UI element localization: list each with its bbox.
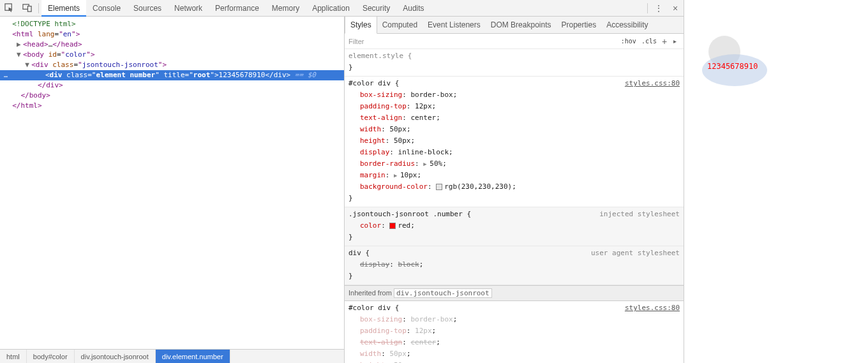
devtools-app: ElementsConsoleSourcesNetworkPerformance…: [0, 0, 868, 363]
inherited-node[interactable]: div.jsontouch-jsonroot: [394, 288, 492, 298]
css-rule[interactable]: element.style {}: [345, 49, 684, 77]
tab-sources[interactable]: Sources: [127, 0, 168, 17]
page-preview: 12345678910: [684, 0, 868, 363]
devtools-panel: ElementsConsoleSourcesNetworkPerformance…: [0, 0, 684, 363]
css-rules[interactable]: element.style {}styles.css:80#color div …: [345, 49, 684, 363]
tab-console[interactable]: Console: [86, 0, 127, 17]
styles-tab-computed[interactable]: Computed: [377, 17, 423, 34]
device-toggle-icon[interactable]: [18, 0, 36, 17]
styles-tabs: StylesComputedEvent ListenersDOM Breakpo…: [345, 17, 684, 34]
elements-pane: <!DOCTYPE html> <html lang="en"> ▶<head>…: [0, 17, 345, 363]
tab-network[interactable]: Network: [168, 0, 209, 17]
main-toolbar: ElementsConsoleSourcesNetworkPerformance…: [0, 0, 684, 17]
filter-row: Filter :hov .cls + ▸: [345, 34, 684, 49]
tab-audits[interactable]: Audits: [396, 0, 430, 17]
css-rule[interactable]: styles.css:80#color div {box-sizing: bor…: [345, 77, 684, 207]
css-rule[interactable]: styles.css:80#color div {box-sizing: bor…: [345, 301, 684, 363]
main-tabs: ElementsConsoleSourcesNetworkPerformance…: [41, 0, 431, 17]
tab-security[interactable]: Security: [356, 0, 396, 17]
crumb[interactable]: body#color: [27, 350, 75, 364]
inherited-header: Inherited from div.jsontouch-jsonroot: [345, 285, 684, 301]
hov-toggle[interactable]: :hov: [621, 38, 636, 45]
preview-number: 12345678910: [707, 62, 758, 71]
main-split: <!DOCTYPE html> <html lang="en"> ▶<head>…: [0, 17, 684, 363]
tab-performance[interactable]: Performance: [209, 0, 266, 17]
dom-selected-row[interactable]: … <div class="element number" title="roo…: [0, 70, 344, 80]
styles-tab-dom-breakpoints[interactable]: DOM Breakpoints: [486, 17, 557, 34]
new-rule-icon[interactable]: +: [659, 36, 670, 47]
svg-rect-2: [27, 6, 31, 11]
tab-memory[interactable]: Memory: [266, 0, 306, 17]
toolbar-separator: [38, 3, 39, 13]
crumb[interactable]: html: [0, 350, 27, 364]
styles-tab-event-listeners[interactable]: Event Listeners: [423, 17, 486, 34]
dom-tree[interactable]: <!DOCTYPE html> <html lang="en"> ▶<head>…: [0, 17, 344, 349]
rule-origin: user agent stylesheet: [591, 248, 680, 259]
rule-origin: injected stylesheet: [599, 209, 680, 220]
styles-tab-properties[interactable]: Properties: [556, 17, 601, 34]
rule-origin[interactable]: styles.css:80: [625, 302, 680, 314]
close-icon[interactable]: ×: [667, 3, 684, 13]
styles-pane: StylesComputedEvent ListenersDOM Breakpo…: [345, 17, 684, 363]
styles-tab-accessibility[interactable]: Accessibility: [601, 17, 653, 34]
toolbar-separator: [647, 3, 648, 13]
crumb[interactable]: div.element.number: [156, 350, 230, 364]
css-rule[interactable]: injected stylesheet.jsontouch-jsonroot .…: [345, 207, 684, 246]
css-rule[interactable]: user agent stylesheetdiv {display: block…: [345, 246, 684, 285]
tab-elements[interactable]: Elements: [41, 0, 86, 17]
styles-tab-styles[interactable]: Styles: [345, 17, 377, 34]
rule-origin[interactable]: styles.css:80: [625, 78, 680, 89]
tab-application[interactable]: Application: [306, 0, 356, 17]
filter-input[interactable]: Filter: [348, 38, 618, 45]
crumb[interactable]: div.jsontouch-jsonroot: [75, 350, 156, 364]
settings-icon[interactable]: ▸: [670, 38, 680, 45]
inspect-icon[interactable]: [0, 0, 18, 17]
more-icon[interactable]: ⋮: [650, 3, 667, 13]
breadcrumb: htmlbody#colordiv.jsontouch-jsonrootdiv.…: [0, 349, 344, 363]
cls-toggle[interactable]: .cls: [641, 38, 657, 45]
